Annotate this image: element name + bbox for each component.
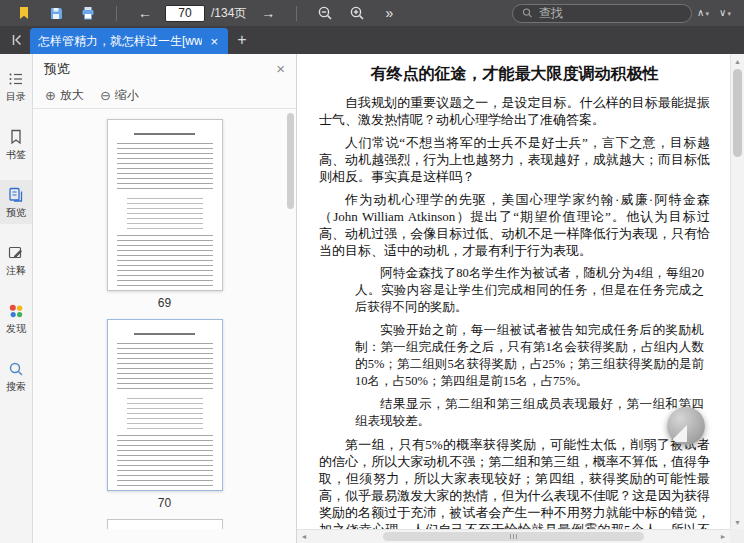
thumbnail-quote-lines [127,198,203,229]
sidebar-item-toc[interactable]: 目录 [0,64,32,108]
previous-page-button[interactable]: ← [132,1,158,25]
pdf-reader-window: ← /134页 → » [0,0,744,543]
sidebar-item-bookmarks[interactable]: 书签 [0,122,32,166]
sidebar-item-discover[interactable]: 发现 [0,296,32,340]
plus-icon: + [237,31,246,48]
vertical-scrollbar[interactable]: ▲ ▼ [730,54,744,529]
thumbnail-page-number: 70 [158,496,171,510]
sidebar-item-search[interactable]: 搜索 [0,354,32,398]
sidebar-item-label: 预览 [6,207,26,218]
main-toolbar: ← /134页 → » [0,0,744,26]
search-icon [522,7,533,19]
sidebar-item-label: 搜索 [6,381,26,392]
tab-close-button[interactable]: × [208,35,220,48]
page-count-label: /134页 [211,5,246,22]
find-next-button[interactable]: ∨ ▾ [714,1,736,25]
page-thumbnail-next[interactable] [107,519,223,529]
preview-scrollbar[interactable] [287,113,294,539]
thumbnail-list: 69 70 [33,109,296,543]
horizontal-scrollbar[interactable]: ◄ ► [297,529,730,543]
sidebar-item-label: 注释 [6,265,26,276]
sidebar-item-preview[interactable]: 预览 [0,180,32,224]
zoom-out-button[interactable] [312,1,338,25]
preview-pages-icon [7,186,25,204]
document-quote-paragraph: 实验开始之前，每一组被试者被告知完成任务后的奖励机制：第一组完成任务之后，只有第… [355,322,704,390]
page-curl-button[interactable] [667,407,705,445]
preview-panel-header: 预览 × [33,54,296,83]
tab-title: 怎样管精力，就怎样过一生[ww [38,33,202,50]
new-tab-button[interactable]: + [228,26,256,54]
thumbnail-title-line [134,333,195,335]
save-button[interactable] [43,1,69,25]
document-quote-paragraph: 结果显示，第二组和第三组成员表现最好，第一组和第四组表现较差。 [355,396,704,430]
close-icon: × [276,60,285,77]
sidebar-item-annotations[interactable]: 注释 [0,238,32,282]
content-area: 目录 书签 预览 [0,54,744,543]
print-button[interactable] [75,1,101,25]
scrollbar-corner [730,529,744,543]
page-number-input[interactable] [165,5,205,22]
document-heading: 有终点的征途，才能最大限度调动积极性 [319,64,710,85]
scrollbar-grip [510,534,511,539]
tab-bar: 怎样管精力，就怎样过一生[ww × + [0,26,744,54]
horizontal-scrollbar-thumb[interactable] [383,532,644,541]
preview-scrollbar-thumb[interactable] [287,113,294,209]
preview-panel-title: 预览 [44,60,70,78]
scrollbar-grip [516,534,517,539]
scroll-down-arrow-icon[interactable]: ▼ [731,515,744,529]
vertical-scrollbar-thumb[interactable] [733,69,742,157]
document-paragraph: 作为动机心理学的先驱，美国心理学家约翰·威廉·阿特金森（John William… [319,191,710,259]
save-icon [48,5,64,21]
tab-scroll-back-button[interactable] [4,26,30,54]
chevron-left-bar-icon [9,32,25,48]
search-box[interactable] [512,4,692,23]
scroll-up-arrow-icon[interactable]: ▲ [731,54,744,68]
toolbar-separator [296,6,297,21]
bookmark-button[interactable] [11,1,37,25]
zoom-out-label: 缩小 [115,87,139,104]
scroll-right-arrow-icon[interactable]: ► [716,530,730,543]
circle-plus-icon: ⊕ [45,88,56,103]
circle-minus-icon: ⊖ [100,88,111,103]
document-tab[interactable]: 怎样管精力，就怎样过一生[ww × [30,28,228,54]
page-curl-icon [670,425,687,442]
document-view: 有终点的征途，才能最大限度调动积极性 自我规划的重要议题之一，是设定目标。什么样… [297,54,744,543]
thumbnail-title-line [134,133,195,135]
page-thumbnail-70[interactable] [107,319,223,491]
zoom-in-label: 放大 [60,87,84,104]
thumbnail-text-lines [117,143,213,192]
close-icon: × [210,34,218,49]
sidebar-item-label: 目录 [6,91,26,102]
thumbnail-text-lines [117,435,213,489]
scroll-left-arrow-icon[interactable]: ◄ [297,530,311,543]
toc-icon [7,70,25,88]
zoom-in-button[interactable] [344,1,370,25]
page-thumbnail-69[interactable] [107,119,223,291]
search-input[interactable] [539,6,682,20]
preview-panel: 预览 × ⊕ 放大 ⊖ 缩小 [33,54,297,543]
caret-down-icon: ▾ [705,10,709,17]
thumbnail-zoom-out-button[interactable]: ⊖ 缩小 [100,87,139,104]
magnifier-minus-icon [317,5,333,21]
bookmark-icon [16,5,32,21]
thumbnail-text-lines [117,235,213,289]
thumbnail-quote-lines [127,398,203,429]
thumbnail-text-lines [117,343,213,392]
preview-close-button[interactable]: × [276,61,285,76]
print-icon [80,5,96,21]
toolbar-separator [116,6,117,21]
chevron-double-right-icon: » [385,5,393,21]
scrollbar-grip [513,534,514,539]
thumbnail-zoom-in-button[interactable]: ⊕ 放大 [45,87,84,104]
more-tools-button[interactable]: » [376,1,402,25]
find-previous-button[interactable]: ∧ ▾ [692,1,714,25]
preview-panel-toolbar: ⊕ 放大 ⊖ 缩小 [33,83,296,109]
chevron-down-icon: ∨ [719,8,726,18]
document-paragraph: 第一组，只有5%的概率获得奖励，可能性太低，削弱了被试者的信心，所以大家动机不强… [319,436,710,529]
sidebar-item-label: 发现 [6,323,26,334]
magnifier-plus-icon [349,5,365,21]
left-sidebar: 目录 书签 预览 [0,54,33,543]
bookmark-icon [7,128,25,146]
annotation-pen-icon [7,244,25,262]
next-page-button[interactable]: → [255,1,281,25]
